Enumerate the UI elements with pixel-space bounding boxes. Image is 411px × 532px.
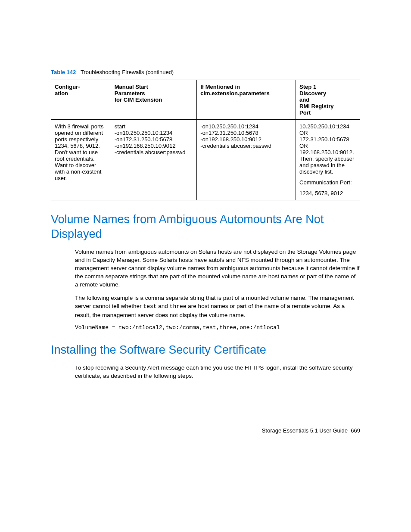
footer-title: Storage Essentials 5.1 User Guide xyxy=(262,427,348,434)
section2-p1: To stop receiving a Security Alert messa… xyxy=(75,364,360,380)
table-caption: Table 142 Troubleshooting Firewalls (con… xyxy=(51,69,360,75)
page-footer: Storage Essentials 5.1 User Guide 669 xyxy=(51,427,360,434)
section-heading-volume-names: Volume Names from Ambiguous Automounts A… xyxy=(51,212,360,242)
cell-step1-p3: 1234, 5678, 9012 xyxy=(299,190,356,196)
section1-body: Volume names from ambiguous automounts o… xyxy=(75,248,360,320)
cell-step1-p1: 10.250.250.10:1234 OR 172.31.250.10:5678… xyxy=(299,123,356,175)
inline-code-three: three xyxy=(170,303,187,310)
cell-step1-p2: Communication Port: xyxy=(299,179,356,186)
section-heading-certificate: Installing the Software Security Certifi… xyxy=(51,343,360,358)
troubleshooting-table: Configur- ation Manual Start Parameters … xyxy=(51,80,360,200)
volume-name-code: VolumeName = two:/ntlocal2,two:/comma,te… xyxy=(75,324,360,331)
header-step1: Step 1 Discovery and RMI Registry Port xyxy=(296,80,360,120)
cell-step1: 10.250.250.10:1234 OR 172.31.250.10:5678… xyxy=(296,120,360,200)
header-if-mentioned: If Mentioned in cim.extension.parameters xyxy=(197,80,296,120)
table-row: With 3 firewall ports opened on differen… xyxy=(51,120,360,200)
table-caption-label: Table 142 xyxy=(51,69,76,75)
section2-body: To stop receiving a Security Alert messa… xyxy=(75,364,360,380)
header-manual-start: Manual Start Parameters for CIM Extensio… xyxy=(111,80,197,120)
cell-if-mentioned: -on10.250.250.10:1234 -on172.31.250.10:5… xyxy=(197,120,296,200)
section1-p2-b: and xyxy=(157,303,170,309)
header-configuration: Configur- ation xyxy=(51,80,111,120)
inline-code-test: test xyxy=(143,303,156,310)
table-caption-title: Troubleshooting Firewalls (continued) xyxy=(81,69,174,75)
table-header-row: Configur- ation Manual Start Parameters … xyxy=(51,80,360,120)
document-page: Table 142 Troubleshooting Firewalls (con… xyxy=(0,0,411,468)
cell-configuration: With 3 firewall ports opened on differen… xyxy=(51,120,111,200)
footer-page-number: 669 xyxy=(351,427,360,434)
cell-manual-start: start -on10.250.250.10:1234 -on172.31.25… xyxy=(111,120,197,200)
section1-p1: Volume names from ambiguous automounts o… xyxy=(75,248,360,289)
section1-p2: The following example is a comma separat… xyxy=(75,294,360,319)
